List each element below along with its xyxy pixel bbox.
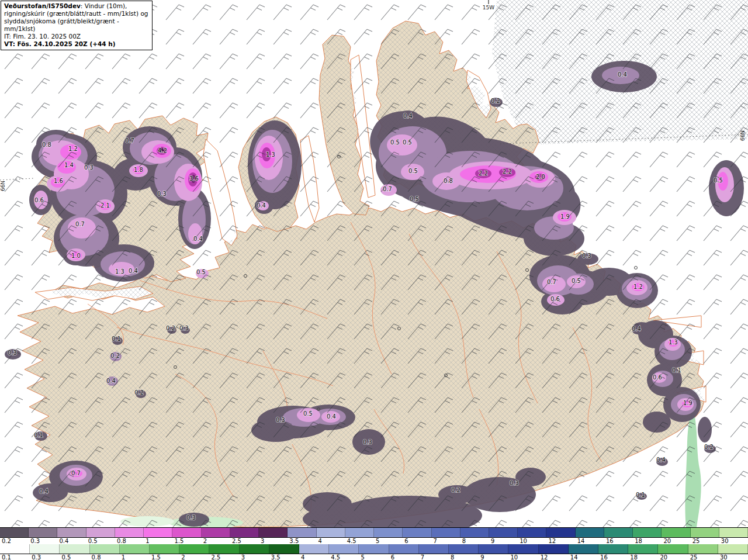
precip-value-label: 1.0 [71, 253, 81, 259]
product-name: Veðurstofan/IS750dev [4, 2, 81, 9]
colorbar-segment [518, 528, 546, 537]
precip-value-label: 0.4 [39, 488, 49, 495]
precip-value-label: 0.2 [491, 98, 500, 104]
colorbar-segment [172, 528, 201, 537]
colorbar-segment [30, 544, 60, 554]
colorbar-segment [489, 528, 518, 537]
colorbar-segment [628, 544, 658, 554]
precip-value-label: 0.7 [71, 470, 81, 476]
colorbar-tick-label: 2 [179, 554, 209, 560]
precip-value-label: 0.5 [303, 410, 313, 417]
precip-value-label: 0.4 [632, 326, 641, 332]
colorbar-tick-label: 4 [317, 538, 345, 544]
title-line-3: slydda/snjókoma (grátt/bleikt/grænt - mm… [4, 18, 149, 33]
colorbar-tick-label: 5 [359, 554, 389, 560]
colorbar-segment [202, 528, 230, 537]
colorbar-tick-label: 14 [569, 554, 598, 560]
precip-value-label: 0.7 [75, 221, 85, 227]
colorbar-segment [29, 528, 57, 537]
colorbar-segment [662, 528, 690, 537]
precip-value-label: 0.4 [327, 413, 336, 420]
colorbar-segment [688, 544, 718, 554]
precip-value-label: 1.2 [68, 146, 78, 152]
colorbar-tick-label: 2.5 [209, 554, 239, 560]
precip-value-label: 0.1 [636, 492, 645, 498]
colorbar-tick-label: 4.5 [345, 538, 374, 544]
colorbar-segment [658, 544, 688, 554]
colorbar-segment [57, 528, 86, 537]
colorbar-segment [0, 544, 30, 554]
colorbar-segment [115, 528, 144, 537]
colorbar-segment [718, 544, 748, 554]
precip-value-label: 0.4 [618, 71, 627, 78]
precip-value-label: 3.6 [189, 175, 199, 182]
colorbar-tick-label: 0.4 [57, 538, 86, 544]
precip-value-label: 0.4 [193, 236, 203, 242]
precip-value-label: 2.2 [503, 168, 512, 175]
colorbar-tick-label: 2 [202, 538, 230, 544]
colorbar-tick-label: 6 [389, 554, 419, 560]
colorbar-tick-label: 0.8 [90, 554, 120, 560]
precip-value-label: 0.1 [672, 367, 681, 374]
colorbar-tick-label: 7 [432, 538, 460, 544]
precip-value-label: 1.2 [633, 284, 643, 290]
colorbar-tick-label: 0.8 [115, 538, 144, 544]
colorbar-segment [598, 544, 628, 554]
precip-value-label: 0.8 [444, 178, 453, 184]
colorbar-tick-label: 0.5 [86, 538, 115, 544]
precip-value-label: 0.2 [134, 389, 144, 396]
colorbar-tick-label: 16 [604, 538, 633, 544]
colorbar-tick-label: 25 [688, 554, 718, 560]
colorbar-segment [0, 528, 29, 537]
colorbar-tick-label: 20 [658, 554, 688, 560]
colorbar-tick-label: 12 [539, 554, 569, 560]
colorbar-segment [508, 544, 538, 554]
precip-value-label: 0.3 [179, 325, 189, 331]
sleet-snow-colorbar-labels: 0.20.30.40.50.811.522.533.544.5567891012… [0, 538, 748, 544]
precip-value-label: 0.2 [451, 487, 460, 493]
colorbar-tick-label: 4.5 [329, 554, 359, 560]
weather-map-page: 15W 66N 66N 0.40.20.40.81.20.74.21.40.31… [0, 0, 748, 560]
precip-value-label: 0.5 [390, 139, 400, 146]
colorbar-segment [179, 544, 209, 554]
colorbar-segment [576, 528, 604, 537]
precip-value-label: 0.6 [550, 296, 560, 302]
precip-value-label: 0.2 [704, 444, 714, 450]
colorbar-tick-label: 8 [460, 538, 489, 544]
precip-value-label: 0.3 [186, 514, 196, 521]
precip-value-label: 0.3 [510, 480, 519, 486]
precip-value-label: 1.3 [115, 268, 124, 275]
wind-barb-field [0, 0, 748, 527]
colorbar-tick-label: 1.5 [150, 554, 179, 560]
map-canvas: 15W 66N 66N 0.40.20.40.81.20.74.21.40.31… [0, 0, 748, 527]
colorbar-tick-label: 0.1 [0, 554, 30, 560]
precip-value-label: 1.9 [560, 213, 570, 220]
colorbar-tick-label: 5 [374, 538, 403, 544]
colorbar-tick-label: 7 [419, 554, 449, 560]
colorbar-tick-label: 9 [479, 554, 508, 560]
rain-colorbar [0, 544, 748, 554]
precip-value-label: 0.3 [363, 439, 372, 445]
precip-value-label: 0.4 [403, 113, 413, 119]
colorbar-segment [144, 528, 172, 537]
precip-value-label: 0.5 [196, 269, 206, 275]
title-box: Veðurstofan/IS750dev: Vindur (10m), rign… [1, 1, 153, 50]
colorbar-segment [269, 544, 299, 554]
colorbar-tick-label: 8 [449, 554, 479, 560]
precip-value-label: 0.2 [110, 352, 120, 359]
precip-value-label: 0.4 [106, 378, 116, 384]
colorbar-tick-label: 0.3 [29, 538, 57, 544]
colorbar-segment [345, 528, 374, 537]
precip-value-label: 0.4 [257, 202, 266, 209]
colorbar-tick-label: 10 [508, 554, 538, 560]
precip-value-label: 0.2 [166, 325, 175, 331]
title-line-2: rigning/skúrir (grænt/blátt/rautt - mm/1… [4, 10, 149, 18]
precip-value-label: 0.3 [276, 417, 285, 423]
colorbar-tick-label: 2.5 [230, 538, 259, 544]
colorbar-segment [449, 544, 479, 554]
precip-value-label: 0.6 [34, 197, 44, 203]
colorbar-segment [569, 544, 598, 554]
colorbar-tick-label: 3.5 [288, 538, 316, 544]
colorbar-segment [691, 528, 719, 537]
precip-value-label: 1.3 [669, 339, 678, 345]
